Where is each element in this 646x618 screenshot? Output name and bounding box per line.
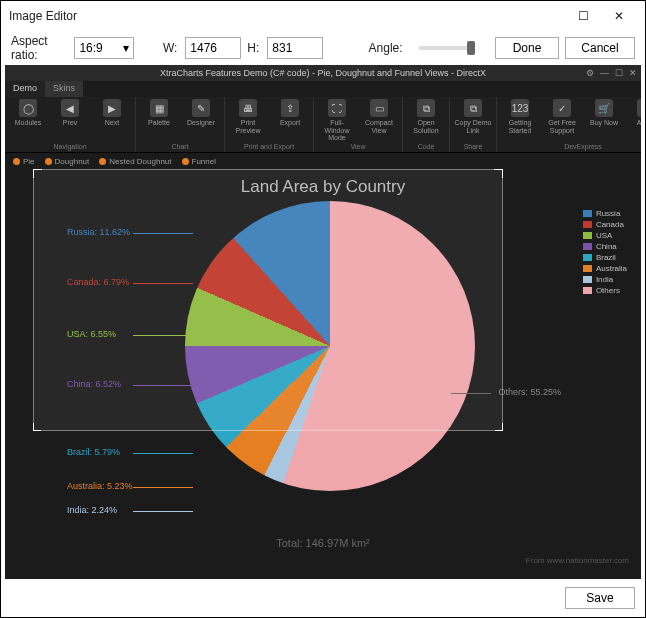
legend-swatch	[583, 232, 592, 239]
ribbon-icon: ⧉	[464, 99, 482, 117]
tab-indicator-icon	[13, 158, 20, 165]
ribbon-item[interactable]: ▶Next	[93, 99, 131, 127]
ribbon-group: 123Getting Started✓Get Free Support🛒Buy …	[497, 97, 641, 152]
ribbon-item[interactable]: 123Getting Started	[501, 99, 539, 134]
demo-close-icon[interactable]: ✕	[629, 68, 637, 78]
ribbon-icon: ✎	[192, 99, 210, 117]
angle-slider[interactable]	[419, 46, 476, 50]
legend-item: Others	[583, 286, 627, 295]
ribbon-item[interactable]: ◯Modules	[9, 99, 47, 127]
ribbon-group-label: Navigation	[53, 143, 86, 150]
ribbon-item[interactable]: 🖶Print Preview	[229, 99, 267, 134]
ribbon-icon: 🛒	[595, 99, 613, 117]
ribbon-group-label: View	[350, 143, 365, 150]
ribbon-group: ⧉Open SolutionCode	[403, 97, 450, 152]
ribbon-item-label: Full-Window Mode	[318, 119, 356, 142]
ribbon-icon: 123	[511, 99, 529, 117]
ribbon-item[interactable]: ⧉Open Solution	[407, 99, 445, 134]
ribbon-item-label: Next	[105, 119, 119, 127]
width-input[interactable]	[185, 37, 241, 59]
editor-toolbar: Aspect ratio: 16:9 ▾ W: H: Angle: Done C…	[1, 31, 645, 65]
pie-slice-label: Russia: 11.62%	[67, 227, 130, 237]
ribbon-item-label: Getting Started	[501, 119, 539, 134]
ribbon-item-label: About	[637, 119, 641, 127]
chart-type-tab[interactable]: Funnel	[182, 157, 216, 166]
legend-swatch	[583, 243, 592, 250]
ribbon-group: ⧉Copy Demo LinkShare	[450, 97, 497, 152]
legend-label: India	[596, 275, 613, 284]
leader-line	[133, 487, 193, 488]
ribbon-item[interactable]: ⧉Copy Demo Link	[454, 99, 492, 134]
demo-window-controls: ⚙ — ☐ ✕	[586, 68, 637, 78]
ribbon-item-label: Prev	[63, 119, 77, 127]
ribbon-group-label: Code	[418, 143, 435, 150]
ribbon-item-label: Export	[280, 119, 300, 127]
legend-swatch	[583, 221, 592, 228]
aspect-ratio-select[interactable]: 16:9 ▾	[74, 37, 134, 59]
ribbon-item-label: Get Free Support	[543, 119, 581, 134]
ribbon-item-label: Modules	[15, 119, 41, 127]
chart-type-tab[interactable]: Nested Doughnut	[99, 157, 171, 166]
ribbon-icon: ▭	[370, 99, 388, 117]
legend-item: China	[583, 242, 627, 251]
ribbon-item[interactable]: 🛒Buy Now	[585, 99, 623, 127]
height-label: H:	[247, 41, 259, 55]
ribbon-icon: ⇪	[281, 99, 299, 117]
demo-maximize-icon[interactable]: ☐	[615, 68, 623, 78]
ribbon-icon: ⛶	[328, 99, 346, 117]
ribbon-item-label: Open Solution	[407, 119, 445, 134]
tab-skins[interactable]: Skins	[45, 81, 83, 97]
image-editor-window: Image Editor ☐ ✕ Aspect ratio: 16:9 ▾ W:…	[0, 0, 646, 618]
pie-slice-label: Australia: 5.23%	[67, 481, 133, 491]
done-button[interactable]: Done	[495, 37, 559, 59]
ribbon-item[interactable]: ⓘAbout	[627, 99, 641, 127]
demo-settings-icon[interactable]: ⚙	[586, 68, 594, 78]
ribbon-item[interactable]: ◀Prev	[51, 99, 89, 127]
ribbon-item[interactable]: ✎Designer	[182, 99, 220, 127]
ribbon-group: ⛶Full-Window Mode▭Compact ViewView	[314, 97, 403, 152]
chart-area: Land Area by Country Russia: 11.62%Canad…	[5, 169, 641, 573]
legend-item: Brazil	[583, 253, 627, 262]
ribbon-item[interactable]: ⇪Export	[271, 99, 309, 127]
ribbon-item[interactable]: ▭Compact View	[360, 99, 398, 134]
slider-thumb[interactable]	[467, 41, 475, 55]
leader-line	[133, 335, 193, 336]
legend-item: USA	[583, 231, 627, 240]
save-button[interactable]: Save	[565, 587, 635, 609]
ribbon-icon: ▶	[103, 99, 121, 117]
cancel-button[interactable]: Cancel	[565, 37, 635, 59]
height-input[interactable]	[267, 37, 323, 59]
ribbon-icon: ◀	[61, 99, 79, 117]
pie-slice-label: Brazil: 5.79%	[67, 447, 120, 457]
ribbon-icon: ▦	[150, 99, 168, 117]
ribbon-item[interactable]: ⛶Full-Window Mode	[318, 99, 356, 142]
legend-swatch	[583, 265, 592, 272]
ribbon-item[interactable]: ✓Get Free Support	[543, 99, 581, 134]
legend-swatch	[583, 276, 592, 283]
ribbon-group: 🖶Print Preview⇪ExportPrint and Export	[225, 97, 314, 152]
close-button[interactable]: ✕	[601, 2, 637, 30]
demo-header: XtraCharts Features Demo (C# code) - Pie…	[5, 65, 641, 81]
aspect-ratio-label: Aspect ratio:	[11, 34, 66, 62]
ribbon-icon: ⓘ	[637, 99, 641, 117]
legend-item: Australia	[583, 264, 627, 273]
chart-type-tab[interactable]: Pie	[13, 157, 35, 166]
tab-indicator-icon	[45, 158, 52, 165]
ribbon-icon: ◯	[19, 99, 37, 117]
ribbon-item[interactable]: ▦Palette	[140, 99, 178, 127]
chart-type-tab[interactable]: Doughnut	[45, 157, 90, 166]
ribbon-icon: ✓	[553, 99, 571, 117]
ribbon-group-label: Print and Export	[244, 143, 294, 150]
legend-label: USA	[596, 231, 612, 240]
chart-type-tabs: PieDoughnutNested DoughnutFunnel	[5, 153, 641, 169]
pie-chart	[185, 201, 475, 491]
legend-label: China	[596, 242, 617, 251]
credit-label: From www.nationmaster.com	[526, 556, 629, 565]
pie-slice-label: Canada: 6.79%	[67, 277, 129, 287]
demo-minimize-icon[interactable]: —	[600, 68, 609, 78]
tab-demo[interactable]: Demo	[5, 81, 45, 97]
ribbon-group-label: Chart	[171, 143, 188, 150]
ribbon-group: ◯Modules◀Prev▶NextNavigation	[5, 97, 136, 152]
maximize-button[interactable]: ☐	[565, 2, 601, 30]
legend-label: Australia	[596, 264, 627, 273]
